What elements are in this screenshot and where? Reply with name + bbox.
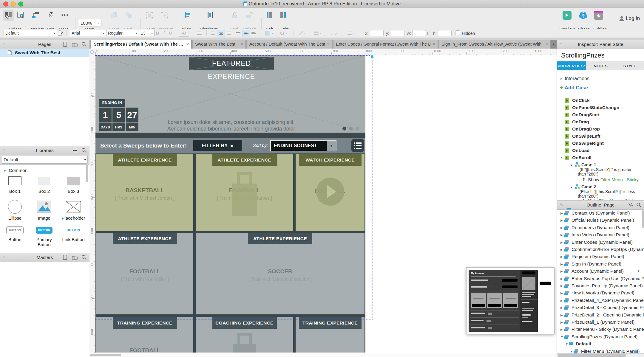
tab-properties[interactable]: PROPERTIES* — [557, 61, 586, 70]
tab-style[interactable]: STYLE — [615, 61, 644, 70]
select-intersect-icon[interactable] — [4, 11, 13, 19]
outline-item-account[interactable]: ▶Account (Dynamic Panel)+ — [557, 268, 644, 275]
outline-item-reminders[interactable]: ▶Reminders (Dynamic Panel) — [557, 224, 644, 231]
tab-notes[interactable]: NOTES — [586, 61, 615, 70]
bullet-list-icon[interactable] — [196, 30, 203, 36]
bold-button[interactable]: B — [155, 30, 160, 36]
widget-image[interactable]: Image — [30, 199, 58, 221]
carousel-dot[interactable] — [349, 127, 353, 131]
align-text-right-icon[interactable] — [225, 30, 232, 36]
hidden-checkbox[interactable] — [455, 30, 460, 35]
outline-item-enter-codes[interactable]: ▶Enter Codes (Dynamic Panel) — [557, 239, 644, 246]
card-watch-football[interactable]: WATCH EXPERIENCE FOOTBALL — [296, 154, 365, 231]
italic-button[interactable]: I — [161, 30, 167, 36]
outline-hscrollbar[interactable] — [557, 353, 644, 357]
hero-image-placeholder[interactable]: FEATURED EXPERIENCE ENDING IN 1 5 27 DAY… — [95, 55, 365, 133]
log-in-button[interactable]: Log In — [626, 15, 640, 21]
outline-item-favorites-popup[interactable]: ▶Favorites Pop Up (Dynamic Panel) — [557, 282, 644, 289]
link-wh-icon[interactable]: [ ] — [427, 31, 430, 35]
outline-item-how-it-works[interactable]: ▶How It Works (Dynamic Panel) — [557, 289, 644, 297]
widget-placeholder[interactable]: Placeholder — [59, 199, 88, 221]
close-tab-icon[interactable]: × — [184, 42, 189, 46]
outline-item-sign-in[interactable]: ▶Sign In (Dynamic Panel) — [557, 260, 644, 268]
outline-item-contact-us[interactable]: ▶Contact Us (Dynamic Panel) — [557, 209, 644, 217]
library-select[interactable]: Default▾ — [2, 156, 88, 164]
lock-icon[interactable] — [230, 11, 239, 19]
more-tools-icon[interactable]: ••• — [58, 11, 72, 19]
expander-icon[interactable]: ▼ — [570, 186, 573, 189]
style-preset-select[interactable]: Default▾ — [4, 30, 57, 36]
expander-icon[interactable]: ▼ — [570, 164, 573, 167]
tab-sweat-with-the-best[interactable]: Sweat With The Best× — [193, 40, 246, 49]
wireframe-page[interactable]: FEATURED EXPERIENCE ENDING IN 1 5 27 DAY… — [95, 55, 365, 353]
selection-handle[interactable] — [370, 55, 374, 58]
publish-icon[interactable] — [594, 11, 603, 20]
outline-item-confirmation-popups[interactable]: ▶Confirmation/Error PopUps (Dynamic Pane… — [557, 246, 644, 253]
event-ondragstart[interactable]: OnDragStart — [565, 111, 600, 118]
tab-scrollingprizes-default[interactable]: ScrollingPrizes / Default (Sweat With Th… — [91, 40, 191, 49]
close-tab-icon[interactable]: × — [543, 42, 548, 46]
outline-item-register[interactable]: ▶Register (Dynamic Panel) — [557, 253, 644, 260]
tab-sign-in-from-sweeps[interactable]: Sign In_From Sweeps / Alt Flow_Active (S… — [439, 40, 551, 49]
line-color-dropdown[interactable]: ▾ — [296, 30, 308, 36]
search-icon[interactable] — [81, 42, 87, 48]
x-input[interactable] — [370, 30, 384, 36]
group-icon[interactable] — [145, 11, 154, 19]
align-icon[interactable] — [183, 11, 192, 19]
align-right-icon[interactable] — [279, 11, 288, 19]
font-family-select[interactable]: Arial▾ — [70, 30, 106, 36]
outline-item-scrollingprizes[interactable]: ▼ScrollingPrizes (Dynamic Panel) — [557, 333, 644, 340]
distribute-icon[interactable] — [206, 11, 215, 19]
expander-icon[interactable]: ▼ — [560, 156, 563, 159]
pen-tool-icon[interactable] — [47, 11, 55, 19]
arrow-style-dropdown[interactable]: ▾ — [345, 30, 357, 36]
filter-icon[interactable] — [628, 203, 633, 208]
carousel-dot[interactable] — [356, 127, 359, 131]
event-ondragdrop[interactable]: OnDragDrop — [565, 126, 600, 132]
libraries-scrollbar[interactable] — [86, 165, 88, 182]
event-onscroll[interactable]: OnScroll — [565, 154, 592, 161]
outline-item-prizedetail-1[interactable]: ▶PrizeDetail_1 (Dynamic Panel) — [557, 319, 644, 326]
add-page-icon[interactable] — [63, 42, 68, 48]
outline-item-filter-menu-sticky[interactable]: ▶Filter Menu - Sticky (Dynamic Panel) — [557, 326, 644, 333]
card-football[interactable]: ATHLETE EXPERIENCE FOOTBALL [ Train with… — [96, 233, 193, 314]
outline-item-default-state[interactable]: ▼Default — [557, 340, 644, 347]
close-tab-icon[interactable]: × — [430, 42, 435, 46]
widget-box3[interactable]: Box 3 — [59, 174, 88, 194]
list-view-icon[interactable] — [351, 139, 364, 152]
line-style-dropdown[interactable]: ▾ — [328, 30, 341, 36]
canvas-hscrollbar-thumb[interactable] — [90, 354, 121, 356]
card-soccer-wide[interactable]: ATHLETE EXPERIENCE SOCCER [ Train with L… — [196, 233, 365, 314]
case1-action[interactable]: Show Filter Menu - Sticky — [588, 177, 639, 182]
play-button-icon[interactable] — [316, 178, 344, 206]
add-folder-icon[interactable] — [72, 42, 78, 48]
align-left-icon[interactable] — [265, 11, 274, 19]
outline-hscrollbar-thumb[interactable] — [557, 354, 626, 357]
tab-enter-codes[interactable]: Enter Codes / General Format (Sweat With… — [333, 40, 438, 49]
widget-button[interactable]: BUTTON Button — [1, 225, 29, 242]
widget-primary-button[interactable]: BUTTON Primary Button — [30, 225, 58, 247]
font-size-select[interactable]: 13▾ — [139, 30, 155, 36]
font-color-button[interactable]: A▾ — [179, 30, 189, 37]
filter-by-button[interactable]: FILTER BY▶ — [193, 140, 242, 151]
line-weight-dropdown[interactable]: ▾ — [311, 30, 324, 36]
edit-style-icon[interactable] — [57, 30, 64, 36]
add-case-link[interactable]: + Add Case — [560, 84, 588, 91]
case1-name[interactable]: Case 1 — [581, 162, 596, 167]
carousel-dot-active[interactable] — [342, 127, 346, 131]
widget-ellipse[interactable]: Ellipse — [1, 199, 29, 221]
widget-box2[interactable]: Box 2 — [30, 174, 58, 194]
outline-item-prizedetail-2[interactable]: ▶PrizeDetail_2 - Opening (Dynamic Panel) — [557, 311, 644, 319]
tab-account-default[interactable]: Account / Default (Sweat With The Best)× — [247, 40, 332, 49]
border-color-dropdown[interactable]: ▾ — [278, 30, 289, 36]
card-baseball-locked[interactable]: ATHLETE EXPERIENCE BASEBALL [ Train with… — [196, 154, 293, 231]
card-training-1[interactable]: TRAINING EXPERIENCE FOOTBALL — [96, 317, 193, 353]
bring-front-icon[interactable] — [110, 11, 119, 19]
canvas-viewport[interactable]: 100200 300400 500600 700800 FEATURED EXP… — [89, 55, 557, 357]
tab-overflow-button[interactable]: ▾ — [551, 40, 557, 49]
close-tab-icon[interactable]: × — [238, 42, 243, 46]
outline-item-intro-video[interactable]: ▶Intro Video (Dynamic Panel) — [557, 231, 644, 238]
event-onswiperight[interactable]: OnSwipeRight — [565, 140, 604, 147]
search-icon[interactable] — [81, 255, 87, 261]
outline-vscrollbar-thumb[interactable] — [642, 210, 644, 228]
